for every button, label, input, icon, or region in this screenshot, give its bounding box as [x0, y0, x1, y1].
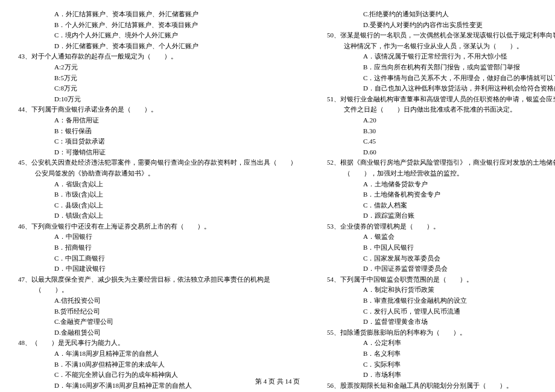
question-48: 48、（ ）是无民事行为能力人。	[18, 338, 297, 349]
left-column: A．外汇结算账户、资本项目账户、外汇储蓄账户 B．个人外汇账户、外汇结算账户、资…	[18, 9, 297, 392]
two-column-layout: A．外汇结算账户、资本项目账户、外汇储蓄账户 B．个人外汇账户、外汇结算账户、资…	[18, 9, 537, 392]
question-50: 50、张某是银行的一名职员，一次偶然机会张某发现该银行以低于规定利率向客户发放贷…	[327, 30, 555, 41]
answer-option: C．这件事情与自己关系不大，不用理会，做好自己的事情就可以了	[327, 73, 555, 84]
answer-option: B．土地储备机构资金专户	[327, 189, 555, 200]
answer-option: A:2万元	[18, 62, 297, 73]
right-column: C.拒绝要约的通知到达要约人 D.受要约人对要约的内容作出实质性变更 50、张某…	[327, 9, 555, 392]
answer-option: B:5万元	[18, 73, 297, 84]
answer-option: B.货币经纪公司	[18, 306, 297, 317]
answer-option: C.45	[327, 136, 555, 147]
answer-option: A．省级(含)以上	[18, 179, 297, 190]
answer-option: A：备用信用证	[18, 115, 297, 126]
answer-option: B．名义利率	[327, 349, 555, 359]
answer-option: B：银行保函	[18, 126, 297, 137]
answer-option: C:8万元	[18, 83, 297, 94]
answer-option: A．中国银行	[18, 232, 297, 242]
answer-option: C．发行人民币，管理人民币流通	[327, 306, 555, 317]
answer-option: B．审查批准银行业金融机构的设立	[327, 296, 555, 306]
answer-option: D．中国证券监督管理委员会	[327, 264, 555, 274]
answer-option: A．该情况属于银行正常经营行为，不用大惊小怪	[327, 51, 555, 62]
answer-option: D．中国建设银行	[18, 264, 297, 274]
question-53: 53、企业债券的管理机构是（ ）。	[327, 221, 555, 232]
answer-option: C．国家发展与改革委员会	[327, 253, 555, 264]
question-52-continued: （ ），加强对土地经营收益的监控。	[327, 168, 555, 179]
question-47: 47、以最大限度保全资产、减少损失为主要经营目标，依法独立承担民事责任的机构是	[18, 274, 297, 285]
answer-option: B．应当向所在机构有关部门报告，或向监管部门举报	[327, 62, 555, 73]
page-footer: 第 4 页 共 14 页	[0, 376, 555, 387]
answer-option: D:10万元	[18, 94, 297, 105]
answer-option: B.30	[327, 126, 555, 137]
answer-option: B．个人外汇账户、外汇结算账户、资本项目账户	[18, 20, 297, 31]
answer-option: A．土地储备贷款专户	[327, 179, 555, 190]
answer-option: A．制定和执行货币政策	[327, 285, 555, 296]
answer-option: B．招商银行	[18, 242, 297, 253]
answer-option: B．中国人民银行	[327, 242, 555, 253]
answer-option: A．年满18周岁且精神正常的自然人	[18, 349, 297, 359]
question-50-continued: 这种情况下，作为一名银行业从业人员，张某认为（ ）。	[327, 41, 555, 52]
question-52: 52、根据《商业银行房地产贷款风险管理指引》，商业银行应对发放的土地储备贷款设立	[327, 157, 555, 168]
answer-option: D.60	[327, 147, 555, 158]
answer-option: D．外汇储蓄账户、资本项目账户、个人外汇账户	[18, 41, 297, 52]
answer-option: C.金融资产管理公司	[18, 317, 297, 327]
question-44: 44、下列属于商业银行承诺业务的是（ ）。	[18, 104, 297, 115]
answer-option: D．跟踪监测台账	[327, 210, 555, 221]
question-47-continued: （ ）。	[18, 285, 297, 296]
answer-option: D．自己也加入这种低利率放贷活动，并利用这种机会给符合资格的朋友提供贷款	[327, 83, 555, 94]
answer-option: A．外汇结算账户、资本项目账户、外汇储蓄账户	[18, 9, 297, 20]
answer-option: C：项目贷款承诺	[18, 136, 297, 147]
answer-option: D．镇级(含)以上	[18, 210, 297, 221]
answer-option: C．县级(含)以上	[18, 200, 297, 211]
question-45: 45、公安机关因查处经济违法犯罪案件，需要向银行查询企业的存款资料时，应当出具（…	[18, 157, 297, 168]
answer-option: D．监督管理黄金市场	[327, 317, 555, 327]
answer-option: D：可撤销信用证	[18, 147, 297, 158]
answer-option: C．借款人档案	[327, 200, 555, 211]
answer-option: A．公定利率	[327, 338, 555, 349]
answer-option: D.受要约人对要约的内容作出实质性变更	[327, 20, 555, 31]
question-45-continued: 公安局签发的《协助查询存款通知书》。	[18, 168, 297, 179]
answer-option: C.拒绝要约的通知到达要约人	[327, 9, 555, 20]
question-46: 46、下列商业银行中还没有在上海证券交易所上市的有（ ）。	[18, 221, 297, 232]
answer-option: C．境内个人外汇账户、境外个人外汇账户	[18, 30, 297, 41]
answer-option: B．市级(含)以上	[18, 189, 297, 200]
answer-option: D.金融租赁公司	[18, 327, 297, 338]
question-43: 43、对于个人通知存款的起存点一般规定为（ ）。	[18, 51, 297, 62]
answer-option: C．中国工商银行	[18, 253, 297, 264]
question-51-continued: 文件之日起（ ）日内做出批准或者不批准的书面决定。	[327, 104, 555, 115]
answer-option: A．银监会	[327, 232, 555, 242]
question-51: 51、对银行业金融机构审查董事和高级管理人员的任职资格的申请，银监会应当在自收到…	[327, 94, 555, 105]
answer-option: A.20	[327, 115, 555, 126]
answer-option: C．实际利率	[327, 359, 555, 370]
question-54: 54、下列属于中国银监会职责范围的是（ ）。	[327, 274, 555, 285]
answer-option: B．不满10周岁但精神正常的未成年人	[18, 359, 297, 370]
answer-option: A.信托投资公司	[18, 296, 297, 306]
question-55: 55、扣除通货膨胀影响后的利率称为（ ）。	[327, 327, 555, 338]
